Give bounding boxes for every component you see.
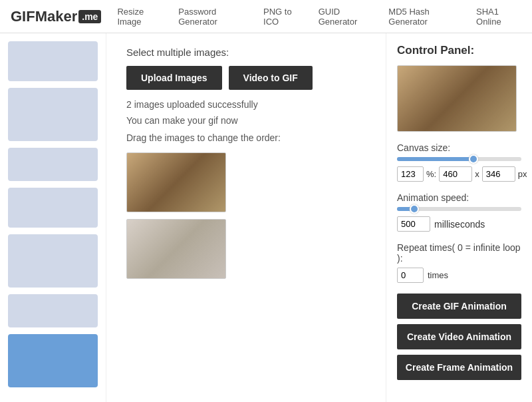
sidebar-ad-3 [8,148,98,181]
upload-status: 2 images uploaded successfully [126,99,366,110]
speed-label: Animation speed: [397,192,521,203]
canvas-size-label: Canvas size: [397,142,521,153]
canvas-size-row: %: x px [397,166,521,182]
video-to-gif-button[interactable]: Video to GIF [229,66,313,90]
nav-png-link[interactable]: PNG to ICO [263,7,305,27]
nav-md5-link[interactable]: MD5 Hash Generator [388,7,463,27]
sidebar-ad-5 [8,234,98,288]
canvas-px-label: px [518,169,527,179]
preview-image [397,65,517,132]
navbar: GIFMaker .me Resize Image Password Gener… [0,0,532,33]
canvas-size-section: Canvas size: %: x px [397,142,521,182]
image-list [126,152,366,279]
drag-label: Drag the images to change the order: [126,132,366,143]
sidebar-ad-6 [8,294,98,327]
speed-value-input[interactable] [397,216,430,232]
repeat-section: Repeat times( 0 = infinite loop ): times [397,242,521,283]
create-frame-button[interactable]: Create Frame Animation [397,355,521,380]
repeat-row: times [397,268,521,283]
sidebar-ad-7 [8,334,98,387]
sidebar [0,33,106,402]
control-panel: Control Panel: Canvas size: %: x px Anim… [386,33,532,402]
logo-text: GIFMaker [11,8,77,25]
repeat-unit-label: times [428,270,448,280]
select-label: Select multiple images: [126,47,366,58]
sidebar-ad-2 [8,88,98,141]
nav-sha1-link[interactable]: SHA1 Online [476,7,521,27]
nav-resize-link[interactable]: Resize Image [117,7,165,27]
repeat-value-input[interactable] [397,268,424,283]
canvas-pct-sign: %: [426,169,436,179]
canvas-width-input[interactable] [439,166,472,182]
upload-images-button[interactable]: Upload Images [126,66,222,90]
speed-ms-row: milliseconds [397,216,521,232]
upload-hint: You can make your gif now [126,115,366,126]
nav-guid-link[interactable]: GUID Generator [319,7,376,27]
main-layout: Select multiple images: Upload Images Vi… [0,33,532,402]
canvas-height-input[interactable] [482,166,515,182]
image-thumb-2[interactable] [126,219,226,279]
create-video-button[interactable]: Create Video Animation [397,324,521,349]
create-gif-button[interactable]: Create GIF Animation [397,294,521,319]
control-panel-title: Control Panel: [397,44,521,57]
speed-unit-label: milliseconds [434,219,485,230]
nav-password-link[interactable]: Password Generator [178,7,250,27]
sidebar-ad-1 [8,41,98,81]
speed-slider-track[interactable] [397,207,521,211]
canvas-x-sign: x [475,169,479,179]
animation-speed-section: Animation speed: milliseconds [397,192,521,232]
canvas-slider-track[interactable] [397,157,521,161]
logo-badge: .me [78,10,101,23]
content-area: Select multiple images: Upload Images Vi… [106,33,386,402]
upload-button-row: Upload Images Video to GIF [126,66,366,90]
sidebar-ad-4 [8,188,98,228]
image-thumb-1[interactable] [126,152,226,212]
nav-links: Resize Image Password Generator PNG to I… [117,7,521,27]
repeat-label: Repeat times( 0 = infinite loop ): [397,242,521,264]
logo[interactable]: GIFMaker .me [11,8,101,25]
canvas-percent-input[interactable] [397,166,424,182]
